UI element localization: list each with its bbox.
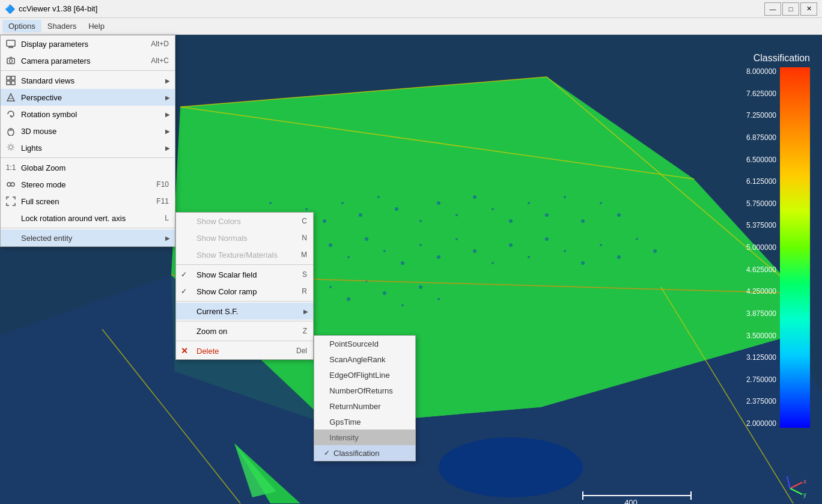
svg-point-33: [401, 261, 404, 265]
standard-views-icon: [5, 75, 16, 86]
entity-show-normals[interactable]: Show Normals N: [176, 229, 313, 246]
svg-point-94: [9, 145, 13, 149]
entity-show-scalar[interactable]: ✓ Show Scalar field S: [176, 266, 313, 283]
sf-classification[interactable]: ✓ Classification: [314, 445, 415, 461]
display-params-shortcut: Alt+D: [151, 40, 169, 48]
entity-show-texture[interactable]: Show Texture/Materials M: [176, 246, 313, 263]
svg-point-30: [347, 256, 350, 258]
svg-text:y: y: [803, 491, 806, 498]
svg-point-29: [329, 243, 332, 247]
lights-icon: [5, 142, 16, 153]
menu-3d-mouse[interactable]: 3D mouse: [1, 123, 175, 139]
show-color-ramp-label: Show Color ramp: [196, 287, 290, 296]
menu-stereo-mode[interactable]: Stereo mode F10: [1, 176, 175, 193]
legend-label: 6.500000: [746, 156, 776, 164]
rotation-symbol-icon: [5, 109, 16, 120]
show-texture-label: Show Texture/Materials: [196, 250, 289, 260]
svg-rect-87: [11, 81, 15, 85]
entity-show-colors[interactable]: Show Colors C: [176, 213, 313, 229]
menu-camera-params[interactable]: Camera parameters Alt+C: [1, 52, 175, 69]
svg-point-14: [455, 214, 458, 216]
sf-pointsourceid-label: PointSourceId: [329, 339, 379, 348]
menu-global-zoom[interactable]: 1:1 Global Zoom: [1, 159, 175, 176]
3d-mouse-icon: [5, 126, 16, 136]
sf-numberofreturns[interactable]: NumberOfReturns: [314, 383, 415, 398]
perspective-icon: [5, 92, 16, 103]
sf-intensity[interactable]: Intensity: [314, 430, 415, 445]
menu-help[interactable]: Help: [82, 20, 111, 32]
show-color-ramp-shortcut: R: [302, 287, 307, 296]
legend-label: 2.375000: [746, 397, 776, 405]
legend-label: 4.625000: [746, 266, 776, 274]
submenu-sf: PointSourceId ScanAngleRank EdgeOfFlight…: [314, 335, 416, 461]
show-scalar-check: ✓: [181, 270, 187, 279]
sf-intensity-check: [324, 433, 326, 442]
svg-rect-78: [7, 40, 15, 46]
menu-lock-rotation[interactable]: Lock rotation around vert. axis L: [1, 210, 175, 226]
sf-returnnumber[interactable]: ReturnNumber: [314, 398, 415, 414]
legend-label: 5.750000: [746, 199, 776, 208]
menu-standard-views[interactable]: Standard views: [1, 72, 175, 89]
legend-label: 7.250000: [746, 111, 776, 120]
maximize-button[interactable]: □: [782, 2, 799, 16]
legend-label: 3.500000: [746, 332, 776, 340]
legend-label: 3.125000: [746, 353, 776, 362]
svg-point-19: [545, 213, 549, 217]
svg-point-21: [581, 219, 585, 223]
legend-label: 3.875000: [746, 309, 776, 318]
show-color-ramp-check: ✓: [181, 287, 187, 296]
entity-zoom-on[interactable]: Zoom on Z: [176, 323, 313, 339]
menu-shaders[interactable]: Shaders: [41, 20, 82, 32]
entity-current-sf[interactable]: Current S.F.: [176, 303, 313, 320]
sf-pointsourceid[interactable]: PointSourceId: [314, 336, 415, 351]
show-normals-shortcut: N: [302, 234, 307, 242]
rotation-symbol-label: Rotation symbol: [21, 110, 169, 119]
svg-point-18: [528, 202, 530, 204]
legend-label: 2.750000: [746, 375, 776, 384]
delete-shortcut: Del: [296, 347, 307, 355]
svg-point-34: [419, 244, 422, 246]
sf-intensity-label: Intensity: [329, 433, 358, 442]
options-menu: Display parameters Alt+D Camera paramete…: [0, 35, 175, 247]
sf-edgeofflightline[interactable]: EdgeOfFlightLine: [314, 367, 415, 383]
svg-point-57: [401, 304, 404, 306]
entity-delete[interactable]: ✕ Delete Del: [176, 342, 313, 359]
svg-rect-86: [7, 81, 10, 85]
sf-classification-label: Classification: [333, 449, 380, 458]
svg-point-31: [365, 237, 368, 241]
menu-selected-entity[interactable]: Selected entity: [1, 229, 175, 246]
svg-rect-84: [7, 76, 10, 80]
close-button[interactable]: ✕: [800, 2, 817, 16]
menu-display-params[interactable]: Display parameters Alt+D: [1, 35, 175, 52]
svg-point-68: [439, 437, 583, 497]
sf-pointsourceid-check: [324, 339, 326, 348]
full-screen-shortcut: F11: [156, 197, 169, 205]
menu-options[interactable]: Options: [2, 20, 41, 32]
sf-scananglerank[interactable]: ScanAngleRank: [314, 351, 415, 367]
camera-params-shortcut: Alt+C: [151, 56, 169, 65]
svg-point-56: [383, 291, 386, 295]
entity-separator-4: [176, 341, 313, 341]
svg-point-53: [329, 286, 332, 288]
minimize-button[interactable]: —: [764, 2, 781, 16]
menubar: Options Shaders Help: [0, 18, 822, 35]
svg-point-59: [437, 298, 440, 300]
svg-point-22: [600, 202, 602, 204]
svg-point-15: [473, 195, 476, 199]
svg-point-8: [341, 202, 344, 204]
menu-full-screen[interactable]: Full screen F11: [1, 193, 175, 210]
legend-label: 6.875000: [746, 133, 776, 142]
sf-gpstime-check: [324, 417, 326, 426]
legend-label: 2.000000: [746, 419, 776, 428]
svg-point-37: [473, 249, 476, 253]
svg-point-12: [419, 220, 422, 222]
titlebar-left: 🔷 ccViewer v1.38 [64-bit]: [5, 4, 97, 14]
svg-point-41: [545, 237, 549, 241]
menu-rotation-symbol[interactable]: Rotation symbol: [1, 106, 175, 123]
sf-gpstime[interactable]: GpsTime: [314, 414, 415, 430]
entity-show-color-ramp[interactable]: ✓ Show Color ramp R: [176, 283, 313, 300]
menu-lights[interactable]: Lights: [1, 139, 175, 156]
sf-edgeofflightline-check: [324, 371, 326, 379]
menu-perspective[interactable]: Perspective: [1, 89, 175, 106]
svg-point-40: [528, 256, 530, 258]
